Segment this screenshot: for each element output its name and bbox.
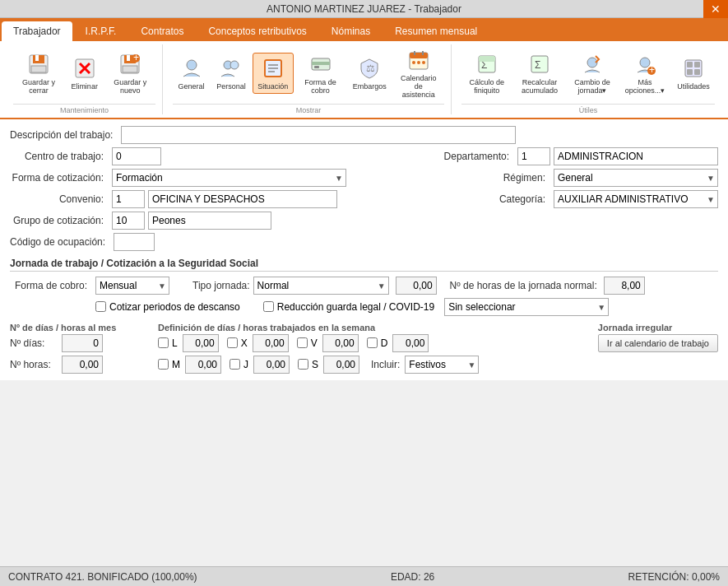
n-horas-input[interactable]	[62, 356, 103, 374]
day-l-input[interactable]	[183, 334, 219, 352]
tab-irpf[interactable]: I.R.P.F.	[74, 21, 128, 41]
eliminar-icon	[72, 55, 98, 81]
convenio-id-input[interactable]	[112, 190, 145, 208]
day-v-label: V	[311, 337, 318, 349]
jornada-irregular-title: Jornada irregular	[598, 323, 718, 333]
day-v-checkbox[interactable]	[297, 337, 308, 348]
grupo-cotizacion-id-input[interactable]	[112, 212, 145, 230]
regimen-select[interactable]: General Autónomo	[554, 169, 718, 187]
ir-calendario-button[interactable]: Ir al calendario de trabajo	[598, 334, 718, 352]
day-j-item: J	[230, 359, 248, 370]
calendario-button[interactable]: Calendario de asistencia	[393, 44, 444, 102]
centro-depto-row: Centro de trabajo: Departamento:	[10, 147, 718, 165]
grupo-cotizacion-row: Grupo de cotización:	[10, 212, 718, 230]
cambio-jornada-button[interactable]: Cambio de jornada▾	[567, 49, 618, 98]
forma-cotizacion-label: Forma de cotización:	[10, 172, 109, 184]
forma-cobro-select[interactable]: Mensual Semanal	[95, 277, 169, 295]
recalcular-icon: Σ	[526, 51, 553, 77]
day-s-item: S	[298, 359, 318, 370]
personal-icon	[218, 55, 244, 81]
tab-trabajador[interactable]: Trabajador	[2, 21, 72, 41]
status-left: CONTRATO 421. BONIFICADO (100,00%)	[8, 571, 197, 583]
day-s-input[interactable]	[323, 356, 359, 374]
jornada-section-title: Jornada de trabajo / Cotización a la Seg…	[10, 258, 718, 272]
incluir-select[interactable]: Festivos Todos	[405, 356, 479, 374]
day-m-label: M	[172, 359, 180, 370]
close-button[interactable]: ✕	[703, 0, 728, 18]
days-row-2: M J S Incluir: Fest	[158, 356, 479, 374]
day-l-checkbox[interactable]	[158, 337, 169, 348]
tab-nominas[interactable]: Nóminas	[320, 21, 382, 41]
tab-resumen[interactable]: Resumen mensual	[383, 21, 489, 41]
utilidades-button[interactable]: Utilidades	[672, 53, 715, 94]
codigo-ocupacion-input[interactable]	[114, 233, 155, 251]
definicion-dias-col: Definición de días / horas trabajados en…	[158, 323, 479, 374]
utiles-buttons: Σ Cálculo de finiquito Σ Recalcular acum…	[461, 44, 715, 102]
day-x-item: X	[227, 337, 248, 349]
jornada-irregular-col: Jornada irregular Ir al calendario de tr…	[598, 323, 718, 352]
day-x-input[interactable]	[253, 334, 289, 352]
tipo-jornada-select[interactable]: Normal Parcial Reducida	[253, 277, 389, 295]
forma-cobro-icon	[308, 51, 334, 77]
calculo-finiquito-button[interactable]: Σ Cálculo de finiquito	[461, 49, 512, 98]
day-v-input[interactable]	[322, 334, 359, 352]
day-j-checkbox[interactable]	[230, 359, 240, 370]
svg-rect-21	[312, 62, 330, 65]
sin-seleccionar-select[interactable]: Sin seleccionar	[444, 298, 609, 316]
day-s-label: S	[312, 359, 318, 370]
svg-point-29	[417, 61, 420, 64]
personal-button[interactable]: Personal	[211, 53, 251, 94]
guardar-cerrar-icon	[26, 51, 52, 77]
svg-text:+: +	[133, 53, 139, 63]
tipo-jornada-value-input[interactable]	[396, 277, 437, 295]
situacion-button[interactable]: Situación	[253, 53, 294, 94]
day-m-checkbox[interactable]	[158, 359, 169, 370]
day-x-checkbox[interactable]	[227, 337, 238, 348]
main-content: Descripción del trabajo: Centro de traba…	[0, 119, 728, 380]
tab-bar: Trabajador I.R.P.F. Contratos Conceptos …	[0, 18, 728, 41]
svg-text:⚖: ⚖	[366, 63, 375, 74]
day-d-checkbox[interactable]	[367, 337, 378, 348]
grupo-cotizacion-label: Grupo de cotización:	[10, 215, 109, 226]
forma-cobro-button[interactable]: Forma de cobro	[295, 49, 346, 98]
dias-horas-mes-col: Nº de días / horas al mes Nº días: Nº ho…	[10, 323, 141, 374]
cotizacion-regimen-row: Forma de cotización: Formación General ▼…	[10, 169, 718, 187]
horas-jornada-input[interactable]	[604, 277, 645, 295]
day-s-checkbox[interactable]	[298, 359, 308, 370]
guardar-cerrar-button[interactable]: Guardar y cerrar	[13, 49, 64, 98]
convenio-name-input[interactable]	[148, 190, 337, 208]
departamento-name-input[interactable]	[554, 147, 718, 165]
tipo-jornada-label: Tipo jornada:	[192, 280, 250, 291]
window-title: ANTONIO MARTINEZ JUAREZ - Trabajador	[267, 3, 461, 15]
utiles-label: Útiles	[461, 104, 715, 114]
forma-cotizacion-wrapper: Formación General ▼	[112, 169, 346, 187]
svg-rect-10	[123, 66, 137, 72]
n-horas-row: Nº horas:	[10, 356, 141, 374]
eliminar-button[interactable]: Eliminar	[66, 53, 103, 94]
categoria-wrapper: AUXILIAR ADMINISTRATIVO ▼	[554, 190, 718, 208]
tab-contratos[interactable]: Contratos	[129, 21, 195, 41]
day-j-input[interactable]	[253, 356, 290, 374]
departamento-id-input[interactable]	[517, 147, 550, 165]
cotizar-periodos-checkbox[interactable]	[95, 301, 106, 312]
title-bar: ANTONIO MARTINEZ JUAREZ - Trabajador ✕	[0, 0, 728, 18]
categoria-label: Categoría:	[493, 193, 550, 205]
mas-opciones-button[interactable]: + Más opciones...▾	[619, 49, 670, 98]
embargos-button[interactable]: ⚖ Embargos	[348, 53, 392, 94]
day-d-input[interactable]	[392, 334, 429, 352]
cambio-jornada-icon	[579, 51, 605, 77]
recalcular-button[interactable]: Σ Recalcular acumulado	[514, 49, 565, 98]
tab-conceptos[interactable]: Conceptos retributivos	[197, 21, 318, 41]
categoria-select[interactable]: AUXILIAR ADMINISTRATIVO	[554, 190, 718, 208]
centro-input[interactable]	[112, 147, 161, 165]
day-m-input[interactable]	[185, 356, 221, 374]
dias-horas-mes-title: Nº de días / horas al mes	[10, 323, 141, 333]
reduccion-guarda-checkbox[interactable]	[263, 301, 274, 312]
grupo-cotizacion-name-input[interactable]	[148, 212, 271, 230]
descripcion-input[interactable]	[121, 126, 516, 144]
descripcion-row: Descripción del trabajo:	[10, 126, 718, 144]
general-button[interactable]: General	[173, 53, 210, 94]
forma-cotizacion-select[interactable]: Formación General	[112, 169, 346, 187]
n-dias-input[interactable]	[62, 334, 103, 352]
guardar-nuevo-button[interactable]: + Guardar y nuevo	[104, 49, 155, 98]
